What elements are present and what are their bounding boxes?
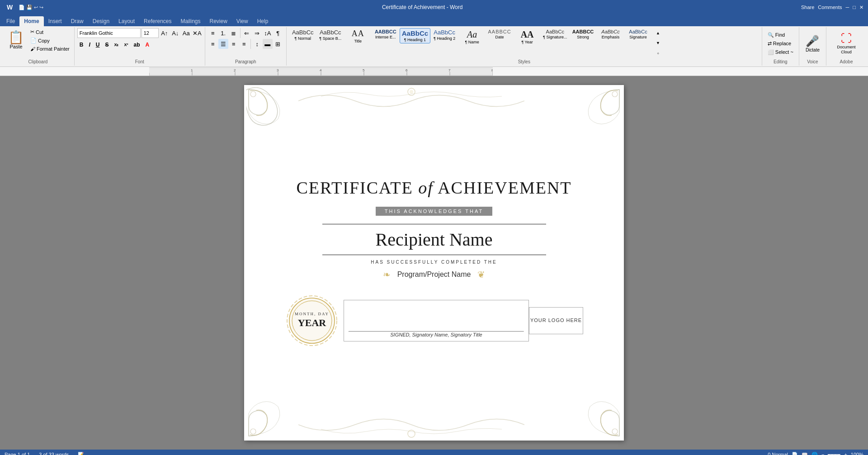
style-no-space[interactable]: AaBbCc ¶ Space B... <box>317 28 344 42</box>
font-size-input[interactable] <box>142 28 159 38</box>
align-left-button[interactable]: ≡ <box>208 39 218 49</box>
titlebar-right: Share Comments ─ □ ✕ <box>801 5 863 10</box>
microphone-icon: 🎤 <box>806 35 819 47</box>
style-heading2[interactable]: AaBbCc ¶ Heading 2 <box>431 28 458 42</box>
align-right-button[interactable]: ≡ <box>229 39 239 49</box>
word-count[interactable]: 3 of 33 words <box>39 452 69 455</box>
decrease-font-button[interactable]: A↓ <box>170 28 180 38</box>
tab-layout[interactable]: Layout <box>114 16 139 26</box>
style-strong[interactable]: AABBCC Strong <box>569 28 596 40</box>
svg-point-23 <box>612 429 618 434</box>
cert-logo-text: YOUR LOGO HERE <box>530 317 582 324</box>
change-case-button[interactable]: Aa <box>181 28 191 38</box>
strikethrough-button[interactable]: S <box>103 40 111 50</box>
svg-text:MONTH, DAY: MONTH, DAY <box>295 312 329 316</box>
borders-button[interactable]: ⊞ <box>273 39 283 49</box>
numbering-button[interactable]: 1. <box>218 28 228 38</box>
zoom-in-button[interactable]: + <box>844 452 847 455</box>
cert-logo-box[interactable]: YOUR LOGO HERE <box>529 307 583 334</box>
doc-title: Certificate of Achievement - Word <box>43 4 801 10</box>
tab-references[interactable]: References <box>139 16 176 26</box>
style-year[interactable]: AA ¶ Year <box>514 28 541 45</box>
share-button[interactable]: Share <box>801 5 814 10</box>
adobe-button[interactable]: ⛶ Document Cloud <box>829 30 863 57</box>
select-button[interactable]: ⬜ Select ~ <box>765 48 796 56</box>
view-mode-print[interactable]: 📄 <box>792 452 798 455</box>
tab-help[interactable]: Help <box>253 16 273 26</box>
style-title[interactable]: AA Title <box>344 28 372 44</box>
cert-program-row: ❧ Program/Project Name ❦ <box>285 269 583 280</box>
font-color-button[interactable]: A <box>143 40 151 50</box>
style-intense-e[interactable]: AABBCC Intense E... <box>372 28 399 40</box>
style-date[interactable]: AABBCC Date <box>486 28 513 40</box>
find-button[interactable]: 🔍 Find <box>765 31 788 39</box>
maximize-button[interactable]: □ <box>853 5 856 10</box>
replace-button[interactable]: ⇄ Replace <box>765 40 794 47</box>
styles-scroll-up[interactable]: ▲ <box>653 28 663 38</box>
cert-signature-box[interactable]: SIGNED, Signatory Name, Signatory Title <box>344 300 529 341</box>
view-mode-read[interactable]: 📖 <box>802 452 808 455</box>
cut-label: Cut <box>36 29 43 35</box>
style-signature2-label: Signature <box>629 35 647 39</box>
zoom-out-button[interactable]: − <box>821 452 824 455</box>
bold-button[interactable]: B <box>77 40 86 50</box>
close-button[interactable]: ✕ <box>859 5 863 10</box>
cert-recipient[interactable]: Recipient Name <box>285 229 583 250</box>
line-spacing-button[interactable]: ↕ <box>252 39 262 49</box>
align-center-button[interactable]: ☰ <box>218 39 228 49</box>
styles-scroll-down[interactable]: ▼ <box>653 38 663 48</box>
style-heading1[interactable]: AaBbCc ¶ Heading 1 <box>400 28 430 43</box>
increase-indent-button[interactable]: ⇒ <box>252 28 262 38</box>
font-family-input[interactable] <box>77 28 141 38</box>
page-info[interactable]: Page 1 of 1 <box>5 452 30 455</box>
italic-button[interactable]: I <box>86 40 92 50</box>
titlebar-left: W 📄 💾 ↩ ↪ <box>5 3 43 11</box>
clear-format-button[interactable]: ✕A <box>192 28 202 38</box>
subscript-button[interactable]: X₂ <box>112 40 121 50</box>
tab-insert[interactable]: Insert <box>44 16 66 26</box>
minimize-button[interactable]: ─ <box>846 5 849 10</box>
text-highlight-button[interactable]: ab <box>131 40 142 50</box>
dictate-button[interactable]: 🎤 Dictate <box>802 33 823 54</box>
comments-button[interactable]: Comments <box>818 5 842 10</box>
style-normal[interactable]: AaBbCc ¶ Normal <box>289 28 316 42</box>
tab-home[interactable]: Home <box>19 16 43 26</box>
bullets-button[interactable]: ≡ <box>208 28 218 38</box>
view-mode-web[interactable]: 🌐 <box>811 452 818 455</box>
cut-button[interactable]: ✂ Cut <box>28 28 71 36</box>
tab-view[interactable]: View <box>232 16 253 26</box>
tab-mailings[interactable]: Mailings <box>176 16 205 26</box>
styles-more[interactable]: ⬦ <box>653 48 663 58</box>
shading-button[interactable]: ▬ <box>263 39 273 49</box>
style-heading1-preview: AaBbCc <box>402 29 428 38</box>
tab-draw[interactable]: Draw <box>66 16 88 26</box>
sort-button[interactable]: ↕A <box>263 28 273 38</box>
style-indicator[interactable]: 0 Normal <box>768 452 788 455</box>
increase-font-button[interactable]: A↑ <box>160 28 170 38</box>
paste-button[interactable]: 📋 Paste <box>5 28 28 52</box>
style-emphasis[interactable]: AaBbCc Emphasis <box>597 28 624 40</box>
style-name[interactable]: Aa ¶ Name <box>458 28 486 45</box>
style-signature-label: ¶ Signature... <box>543 35 567 39</box>
style-signature2[interactable]: AaBbCc Signature <box>624 28 651 40</box>
zoom-level[interactable]: 100% <box>851 452 863 455</box>
style-signature[interactable]: AaBbCc ¶ Signature... <box>541 28 569 40</box>
document-area[interactable]: CERTIFICATE of ACHIEVEMENT THIS ACKNOWLE… <box>0 76 868 450</box>
superscript-button[interactable]: X² <box>122 40 130 50</box>
underline-button[interactable]: U <box>94 40 102 50</box>
zoom-slider[interactable]: ━━━━ <box>828 452 840 455</box>
decrease-indent-button[interactable]: ⇐ <box>242 28 252 38</box>
justify-button[interactable]: ≡ <box>239 39 249 49</box>
top-border-decoration <box>298 87 524 114</box>
cert-program[interactable]: Program/Project Name <box>397 270 471 279</box>
multilevel-button[interactable]: ≣ <box>229 28 239 38</box>
tab-design[interactable]: Design <box>88 16 114 26</box>
copy-button[interactable]: 📄 Copy <box>28 37 71 44</box>
format-painter-button[interactable]: 🖌 Format Painter <box>28 45 71 52</box>
select-icon: ⬜ <box>768 49 774 55</box>
cert-acknowledges: THIS ACKNOWLEDGES THAT <box>376 207 492 216</box>
tab-review[interactable]: Review <box>205 16 232 26</box>
tab-file[interactable]: File <box>2 16 19 26</box>
style-strong-preview: AABBCC <box>572 29 594 35</box>
show-formatting-button[interactable]: ¶ <box>273 28 283 38</box>
